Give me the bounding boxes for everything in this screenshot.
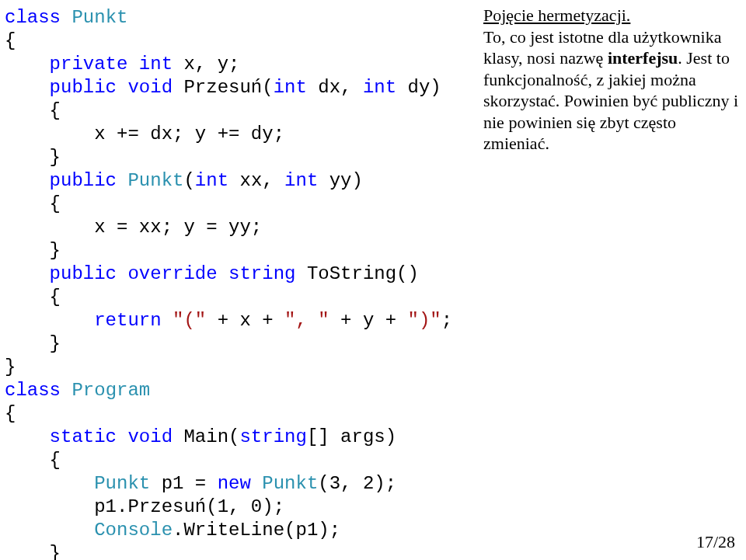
sidebar-title: Pojęcie hermetyzacji. [483,5,740,26]
type-punkt: Punkt [71,7,127,28]
code-line: x = xx; y = yy; [5,217,262,238]
method-name: Przesuń( [173,77,274,98]
kw-new: new [218,473,251,494]
kw-public: public [50,263,117,284]
kw-int: int [139,54,173,75]
brace-close: } [5,147,61,168]
space [162,310,173,331]
indent [5,263,50,284]
kw-int: int [363,77,396,98]
param-sep: dx, [307,77,363,98]
kw-public: public [50,170,117,191]
kw-string: string [228,263,295,284]
string-literal: ", " [284,310,329,331]
type-punkt: Punkt [127,170,183,191]
indent [5,426,50,447]
string-literal: ")" [408,310,441,331]
concat: + y + [329,310,408,331]
indent [5,54,50,75]
param-sep: xx, [228,170,284,191]
indent [5,473,94,494]
string-literal: "(" [173,310,206,331]
sidebar-bold-term: interfejsu [608,48,678,68]
type-program: Program [71,380,150,401]
kw-void: void [127,426,173,447]
kw-override: override [127,263,217,284]
brace-open: { [5,450,61,471]
kw-static: static [50,426,117,447]
concat: + x + [206,310,284,331]
field-names: x, y; [173,54,239,75]
slide-page: class Punkt { private int x, y; public v… [0,0,746,560]
code-block: class Punkt { private int x, y; public v… [0,0,479,560]
page-number: 17/28 [696,532,735,552]
brace-open: { [5,403,16,424]
assign: p1 = [150,473,217,494]
kw-int: int [284,170,318,191]
indent [5,310,94,331]
kw-class: class [5,380,61,401]
brace-close: } [5,543,61,560]
sidebar-paragraph: To, co jest istotne dla użytkownika klas… [483,26,740,155]
type-punkt: Punkt [262,473,318,494]
code-line: p1.Przesuń(1, 0); [5,496,284,517]
semicolon: ; [441,310,452,331]
sidebar-note: Pojęcie hermetyzacji. To, co jest istotn… [483,5,740,155]
kw-void: void [127,77,173,98]
indent [5,77,50,98]
kw-int: int [195,170,228,191]
method-call: .WriteLine(p1); [173,520,340,541]
space [117,170,127,191]
brace-open: { [5,100,61,121]
brace-close: } [5,333,61,354]
kw-string: string [239,426,306,447]
kw-private: private [50,54,128,75]
ctor-args: (3, 2); [318,473,396,494]
param-end: yy) [318,170,363,191]
param-end: [] args) [307,426,396,447]
space [61,7,71,28]
space [251,473,262,494]
method-name: Main( [173,426,239,447]
paren: ( [183,170,194,191]
brace-open: { [5,193,61,214]
type-punkt: Punkt [94,473,150,494]
method-name: ToString() [295,263,418,284]
brace-close: } [5,240,61,261]
kw-public: public [50,77,117,98]
indent [5,520,94,541]
kw-class: class [5,7,61,28]
kw-int: int [274,77,307,98]
kw-return: return [94,310,161,331]
code-line: x += dx; y += dy; [5,123,284,144]
param-end: dy) [396,77,441,98]
type-console: Console [94,520,173,541]
brace-open: { [5,30,16,51]
brace-close: } [5,357,16,377]
indent [5,170,50,191]
space [61,380,71,401]
brace-open: { [5,287,61,308]
